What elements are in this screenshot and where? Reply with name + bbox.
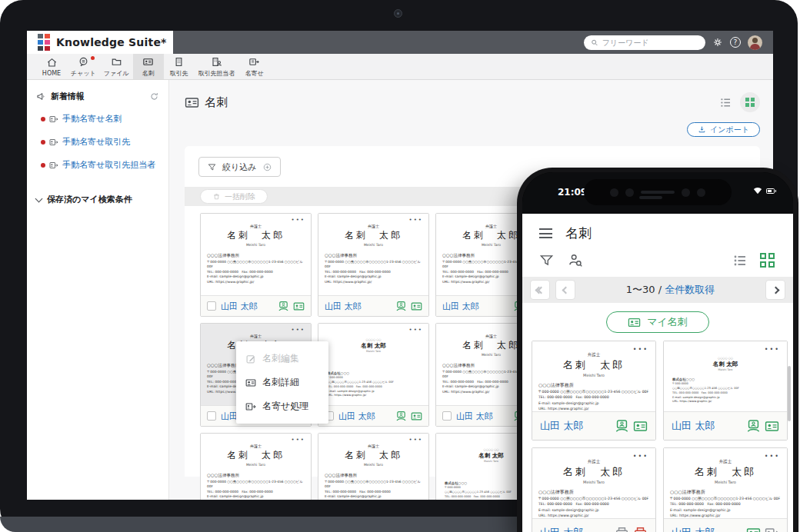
card-merge-icon [248, 56, 260, 68]
bulk-delete-button[interactable]: 一括削除 [200, 189, 268, 204]
card-detail-icon[interactable] [411, 301, 422, 312]
tab-torihikisaki[interactable]: 取引先 [164, 54, 195, 79]
funnel-icon[interactable] [539, 253, 554, 268]
first-page-button[interactable] [530, 280, 550, 300]
card-text-line: 〒000-0000 ○○県○○○○市○○○○○○1-23-456 ○○○○ビル … [538, 496, 649, 501]
app-logo[interactable]: Knowledge Suite* [27, 31, 173, 54]
digital-exchange-icon[interactable] [278, 301, 289, 312]
digital-exchange-icon[interactable] [615, 419, 629, 434]
news-link-meishi[interactable]: 手動名寄せ名刺 [41, 113, 159, 125]
business-card[interactable]: ••• 弁護士 名刺 太郎 Meishi Taro ○○○法律事務所 〒000-… [532, 447, 656, 532]
tab-label: 名寄せ [245, 69, 263, 78]
menu-icon[interactable] [539, 228, 552, 238]
menu-item-nayose[interactable]: 名寄せ処理 [236, 394, 328, 418]
card-detail-icon[interactable] [293, 301, 305, 312]
business-card[interactable]: ••• 弁護士 名刺 太郎 Meishi Taro ○○○法律事務所 〒000-… [532, 341, 656, 441]
more-icon[interactable]: ••• [409, 437, 423, 443]
card-owner-link[interactable]: 山田 太郎 [456, 411, 493, 422]
help-icon[interactable]: ? [730, 37, 741, 48]
grid-view-icon[interactable] [740, 92, 760, 112]
print-alert-icon[interactable] [633, 526, 648, 532]
tab-nayose[interactable]: 名寄せ [239, 54, 270, 79]
more-icon[interactable]: ••• [292, 437, 305, 443]
card-owner-link[interactable]: 山田 太郎 [540, 526, 583, 532]
business-card[interactable]: ••• 弁護士 名刺 太郎 Meishi Taro ○○○法律事務所 〒000-… [200, 433, 312, 500]
card-checkbox[interactable] [442, 411, 452, 421]
print-icon[interactable] [615, 526, 629, 532]
card-details: ○○○法律事務所 〒000-0000 ○○県○○○○市○○○○○○1-23-45… [538, 488, 649, 518]
card-detail-icon[interactable] [411, 411, 422, 422]
news-link-tantousha[interactable]: 手動名寄せ取引先担当者 [41, 159, 159, 171]
card-text-line: URL: https://www.graphic.jp/ [325, 280, 422, 285]
more-icon[interactable]: ••• [292, 327, 305, 333]
card-text-line: TEL: 000-000-0000 Fax: 000-000-0000 [670, 501, 781, 507]
card-detail-icon[interactable] [746, 526, 761, 532]
business-card[interactable]: ••• 弁護士 名刺 太郎 Meishi Taro ○○○法律事務所 〒000-… [663, 447, 788, 532]
more-icon[interactable]: ••• [633, 453, 648, 460]
card-text-line: ○○○法律事務所 [207, 472, 305, 479]
card-text-line: Meishi Taro [201, 463, 311, 467]
card-merge-icon [245, 401, 256, 412]
card-text-line: TEL: 000-000-0000 Fax: 000-000-0000 [207, 270, 305, 275]
refresh-icon[interactable] [149, 91, 159, 101]
card-text-line: URL: https://www.graphic.jp/ [327, 394, 394, 398]
card-checkbox[interactable] [207, 411, 216, 421]
card-text-line: URL: https://www.graphic.jp/ [538, 513, 649, 518]
tab-file[interactable]: ファイル [100, 54, 133, 79]
card-text-line: ○○○法律事務所 [325, 252, 422, 259]
my-card-button[interactable]: マイ名刺 [606, 311, 709, 333]
card-actions [278, 301, 305, 312]
user-avatar[interactable] [748, 35, 762, 50]
tab-home[interactable]: HOME [36, 54, 67, 79]
card-owner-link[interactable]: 山田 太郎 [338, 411, 375, 422]
gear-icon[interactable] [712, 37, 723, 48]
card-owner-link[interactable]: 山田 太郎 [672, 526, 715, 532]
menu-item-detail[interactable]: 名刺詳細 [236, 371, 328, 394]
card-text-line: 弁護士 [318, 224, 428, 228]
business-card[interactable]: ••• 弁護士 名刺 太郎 Meishi Taro ○○○法律事務所 〒000-… [200, 213, 312, 317]
tab-chat[interactable]: チャット [67, 54, 100, 79]
list-view-icon[interactable] [732, 253, 748, 268]
more-icon[interactable]: ••• [765, 453, 780, 460]
news-link-torihikisaki[interactable]: 手動名寄せ取引先 [41, 136, 159, 148]
import-button[interactable]: インポート [687, 122, 760, 137]
card-image: ••• 弁護士 名刺 太郎 Meishi Taro ○○○法律事務所 〒000-… [532, 341, 655, 412]
phone-card-grid: ••• 弁護士 名刺 太郎 Meishi Taro ○○○法律事務所 〒000-… [522, 341, 793, 532]
card-icon [245, 377, 256, 388]
next-page-button[interactable] [765, 280, 785, 300]
search-input[interactable] [602, 38, 698, 47]
business-card[interactable]: ••• 弁護士 名刺 太郎 Meishi Taro ○○○法律事務所 〒000-… [318, 433, 429, 500]
prev-page-button[interactable] [555, 280, 575, 300]
scrollbar[interactable] [788, 366, 791, 421]
card-owner-link[interactable]: 山田 太郎 [221, 301, 258, 312]
tab-tantousha[interactable]: 取引先担当者 [195, 54, 239, 79]
more-icon[interactable]: ••• [292, 217, 305, 223]
card-checkbox[interactable] [207, 301, 216, 311]
total-count-link[interactable]: 全件数取得 [665, 284, 715, 295]
digital-exchange-icon[interactable] [746, 419, 761, 434]
status-time: 21:09 [558, 187, 587, 198]
card-text-line: TEL: 000-000-0000 Fax: 000-000-0000 [325, 270, 422, 275]
more-icon[interactable]: ••• [633, 346, 648, 353]
card-owner-link[interactable]: 山田 太郎 [540, 419, 583, 433]
business-card[interactable]: ••• 弁護士 名刺 太郎 Meishi Taro ○○○法律事務所 〒000-… [663, 341, 788, 441]
merge-icon[interactable] [765, 526, 779, 532]
card-detail-icon[interactable] [765, 419, 779, 434]
grid-view-icon[interactable] [760, 253, 775, 268]
person-search-icon[interactable] [567, 252, 583, 268]
digital-exchange-icon[interactable] [395, 301, 407, 312]
filter-button[interactable]: 絞り込み [198, 157, 281, 177]
digital-exchange-icon[interactable] [395, 411, 407, 422]
card-owner-link[interactable]: 山田 太郎 [325, 301, 362, 312]
card-detail-icon[interactable] [633, 419, 648, 434]
list-view-icon[interactable] [719, 96, 732, 109]
global-search[interactable] [584, 35, 705, 50]
business-card[interactable]: ••• 弁護士 名刺 太郎 Meishi Taro ○○○法律事務所 〒000-… [318, 213, 429, 317]
business-card[interactable]: ••• 弁護士 名刺 太郎 Meishi Taro ○○○法律事務所 〒000-… [318, 323, 429, 427]
card-owner-link[interactable]: 山田 太郎 [442, 301, 479, 312]
more-icon[interactable]: ••• [409, 327, 423, 333]
saved-search-toggle[interactable]: 保存済のマイ検索条件 [36, 194, 159, 205]
more-icon[interactable]: ••• [409, 217, 423, 223]
card-owner-link[interactable]: 山田 太郎 [672, 419, 715, 433]
tab-meishi[interactable]: 名刺 [133, 54, 164, 79]
